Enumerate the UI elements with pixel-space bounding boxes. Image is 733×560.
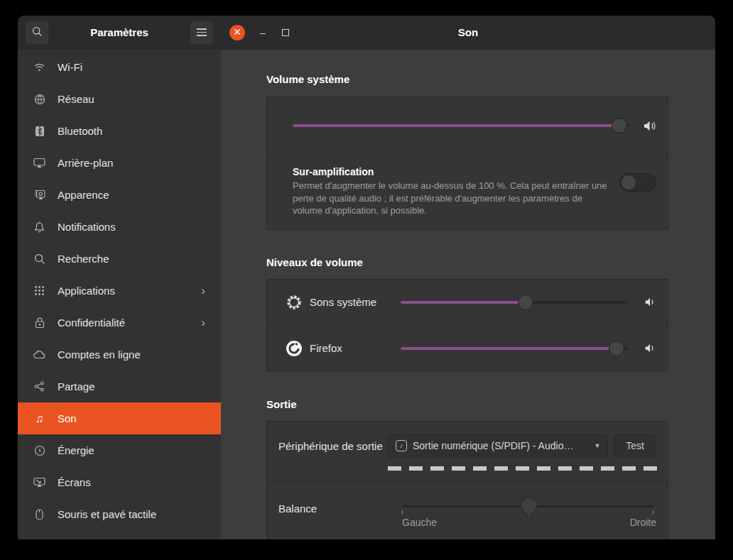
section-heading-volume-levels: Niveaux de volume xyxy=(266,256,668,268)
volume-system-card: Sur-amplification Permet d'augmenter le … xyxy=(266,96,668,230)
sidebar-item-notifications[interactable]: Notifications xyxy=(18,211,221,243)
sidebar-item-label: Réseau xyxy=(58,93,205,105)
hamburger-icon xyxy=(197,28,207,36)
overamplification-title: Sur-amplification xyxy=(293,166,609,177)
firefox-slider[interactable] xyxy=(401,347,628,350)
sidebar-item-label: Comptes en ligne xyxy=(58,348,205,361)
titlebar: – Son xyxy=(221,16,715,50)
toggle-knob xyxy=(621,175,636,190)
magnifier-icon xyxy=(33,253,45,265)
sidebar-item-label: Applications xyxy=(58,285,201,297)
balance-right-label: Droite xyxy=(630,517,656,528)
maximize-icon xyxy=(282,29,289,36)
level-row-system-sounds: Sons système xyxy=(267,280,668,325)
sidebar-item-displays[interactable]: Écrans xyxy=(18,466,221,498)
level-row-firefox: Firefox xyxy=(267,326,668,371)
balance-tick-right xyxy=(653,510,653,515)
sidebar-item-label: Souris et pavé tactile xyxy=(58,508,205,520)
sidebar-item-network[interactable]: Réseau xyxy=(18,83,221,115)
output-level-meter xyxy=(388,466,658,471)
monitor-icon xyxy=(33,157,45,169)
overamplification-row: Sur-amplification Permet d'augmenter le … xyxy=(267,155,668,229)
system-volume-fill xyxy=(293,124,619,127)
sidebar-item-applications[interactable]: Applications › xyxy=(18,275,221,307)
balance-tick-left xyxy=(402,510,403,515)
balance-label: Balance xyxy=(278,491,402,532)
sidebar-item-appearance[interactable]: Apparence xyxy=(18,179,221,211)
minimize-button[interactable]: – xyxy=(258,27,268,38)
dropdown-arrow-icon: ▼ xyxy=(594,442,600,449)
system-sounds-handle[interactable] xyxy=(518,295,533,310)
maximize-button[interactable] xyxy=(281,27,291,38)
sidebar-item-label: Écrans xyxy=(58,476,205,488)
sidebar-item-online-accounts[interactable]: Comptes en ligne xyxy=(18,339,221,370)
sidebar: Paramètres Wi-Fi Réseau Bluetooth Arrièr… xyxy=(18,16,221,539)
firefox-handle[interactable] xyxy=(609,341,624,356)
search-button[interactable] xyxy=(25,21,49,45)
system-sounds-fill xyxy=(401,301,526,304)
test-speakers-button[interactable]: Test xyxy=(614,434,656,458)
sidebar-item-label: Bluetooth xyxy=(58,125,205,137)
output-device-value: Sortie numérique (S/PDIF) - Audio… xyxy=(413,440,588,451)
system-sounds-slider[interactable] xyxy=(401,301,628,304)
sidebar-item-background[interactable]: Arrière-plan xyxy=(18,147,221,179)
mouse-icon xyxy=(33,508,45,520)
system-volume-handle[interactable] xyxy=(612,118,627,133)
sidebar-item-label: Son xyxy=(58,412,205,424)
appearance-icon xyxy=(33,189,45,201)
overamplification-toggle[interactable] xyxy=(619,173,656,192)
firefox-icon xyxy=(286,340,303,357)
wifi-icon xyxy=(33,61,45,73)
sidebar-item-sound[interactable]: ♫ Son xyxy=(18,402,221,434)
sidebar-item-power[interactable]: Énergie xyxy=(18,434,221,466)
output-card: Périphérique de sortie ♪ Sortie numériqu… xyxy=(266,421,668,539)
page-title: Son xyxy=(221,26,715,38)
sidebar-item-bluetooth[interactable]: Bluetooth xyxy=(18,115,221,147)
cloud-icon xyxy=(33,348,45,361)
volume-speaker-icon[interactable] xyxy=(642,297,658,307)
close-button[interactable] xyxy=(229,25,245,40)
displays-icon xyxy=(33,476,45,488)
sidebar-item-mouse[interactable]: Souris et pavé tactile xyxy=(18,498,221,530)
balance-row: Balance Gauche Droite xyxy=(267,481,668,539)
system-volume-row xyxy=(267,97,668,155)
close-icon xyxy=(234,28,241,38)
sidebar-item-label: Énergie xyxy=(58,444,205,456)
sidebar-item-label: Confidentialité xyxy=(58,317,201,329)
output-device-dropdown[interactable]: ♪ Sortie numérique (S/PDIF) - Audio… ▼ xyxy=(388,434,608,458)
content-pane: – Son Volume système xyxy=(221,16,715,539)
sidebar-item-label: Recherche xyxy=(58,253,205,265)
sidebar-item-wifi[interactable]: Wi-Fi xyxy=(18,51,221,83)
sidebar-item-privacy[interactable]: Confidentialité › xyxy=(18,307,221,339)
sidebar-item-sharing[interactable]: Partage xyxy=(18,370,221,402)
bell-icon xyxy=(33,221,45,233)
bluetooth-icon xyxy=(33,125,45,137)
system-volume-slider[interactable] xyxy=(293,124,629,127)
sidebar-item-label: Wi-Fi xyxy=(58,61,205,73)
section-heading-volume-system: Volume système xyxy=(266,73,668,85)
share-icon xyxy=(33,380,45,392)
volume-speaker-icon[interactable] xyxy=(642,120,658,132)
level-label: Firefox xyxy=(310,342,401,354)
balance-left-label: Gauche xyxy=(402,517,437,528)
settings-window: Paramètres Wi-Fi Réseau Bluetooth Arrièr… xyxy=(18,16,715,539)
firefox-fill xyxy=(401,347,617,350)
search-icon xyxy=(32,26,43,39)
sidebar-header: Paramètres xyxy=(18,16,221,50)
volume-levels-card: Sons système Firefox xyxy=(266,279,668,372)
sidebar-list: Wi-Fi Réseau Bluetooth Arrière-plan Appa… xyxy=(18,50,221,539)
sidebar-item-search[interactable]: Recherche xyxy=(18,243,221,275)
section-heading-output: Sortie xyxy=(266,398,668,410)
app-title: Paramètres xyxy=(90,26,148,38)
sidebar-item-label: Partage xyxy=(58,380,205,392)
sidebar-item-label: Arrière-plan xyxy=(58,157,205,169)
overamplification-description: Permet d'augmenter le volume au-dessus d… xyxy=(293,180,609,217)
chevron-right-icon: › xyxy=(201,284,205,298)
output-device-label: Périphérique de sortie xyxy=(278,440,388,452)
menu-button[interactable] xyxy=(190,21,214,45)
level-label: Sons système xyxy=(310,296,401,308)
grid-icon xyxy=(33,285,45,297)
balance-slider[interactable]: Gauche Droite xyxy=(402,491,656,532)
main-scroll-area[interactable]: Volume système Sur-amplification xyxy=(221,50,715,539)
volume-speaker-icon[interactable] xyxy=(642,343,658,353)
